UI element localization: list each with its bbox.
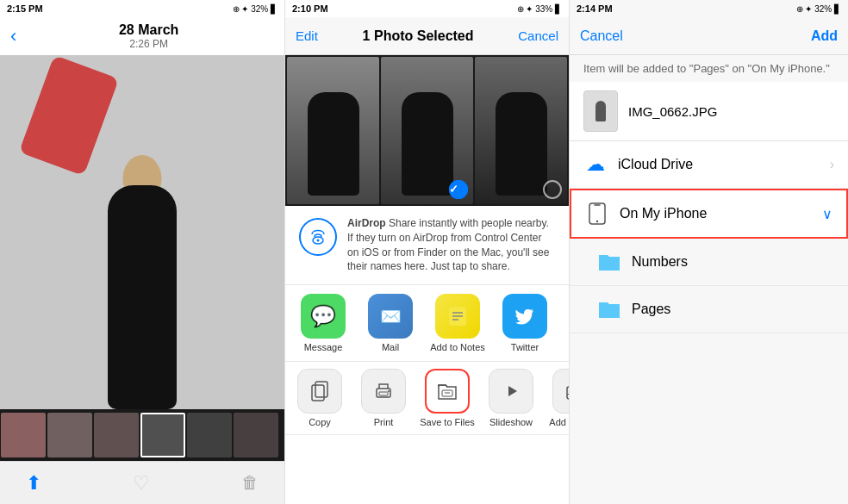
status-bar-2: 2:10 PM ⊕ ✦ 33% ▋	[285, 0, 569, 17]
twitter-icon	[502, 294, 547, 339]
status-icons-3: ⊕ ✦ 32% ▋	[796, 4, 841, 14]
svg-rect-6	[315, 382, 327, 397]
message-label: Message	[304, 342, 343, 352]
grid-photo-3[interactable]	[475, 57, 567, 204]
photo-time: 2:26 PM	[129, 38, 168, 50]
grid-photo-1[interactable]	[287, 57, 379, 204]
panel2-header: Edit 1 Photo Selected Cancel	[285, 17, 569, 55]
panel1-title: 28 March 2:26 PM	[23, 22, 274, 50]
panel1-header: ‹ 28 March 2:26 PM	[0, 17, 284, 55]
back-button[interactable]: ‹	[10, 25, 16, 47]
main-photo[interactable]	[0, 55, 284, 409]
status-time-3: 2:14 PM	[577, 3, 613, 14]
on-my-iphone-expand-icon: ∨	[822, 206, 832, 222]
thumbnail-3[interactable]	[94, 413, 139, 457]
panel1-toolbar: ⬆ ♡ 🗑	[0, 461, 284, 504]
edit-button[interactable]: Edit	[296, 28, 318, 43]
pages-folder-item[interactable]: Pages	[570, 286, 848, 333]
print-label: Print	[374, 417, 394, 427]
airdrop-section: AirDrop Share instantly with people near…	[285, 206, 569, 285]
twitter-label: Twitter	[511, 342, 539, 352]
share-app-notes[interactable]: Add to Notes	[427, 294, 489, 352]
delete-button[interactable]: 🗑	[241, 473, 259, 493]
svg-point-20	[596, 221, 598, 222]
share-app-twitter[interactable]: Twitter	[494, 294, 556, 352]
selection-count: 1 Photo Selected	[363, 28, 474, 44]
copy-icon	[297, 369, 342, 414]
cancel-button-panel2[interactable]: Cancel	[518, 28, 558, 43]
save-to-files-label: Save to Files	[420, 417, 475, 427]
copy-label: Copy	[309, 417, 331, 427]
file-preview: IMG_0662.JPG	[570, 82, 848, 140]
thumbnail-selected[interactable]	[140, 413, 185, 457]
iphone-icon	[585, 202, 609, 226]
status-bar-1: 2:15 PM ⊕ ✦ 32% ▋	[0, 0, 284, 17]
file-preview-row: IMG_0662.JPG	[570, 82, 848, 141]
on-my-iphone-label: On My iPhone	[620, 206, 812, 221]
numbers-folder-icon	[597, 250, 621, 274]
icloud-drive-item[interactable]: ☁ iCloud Drive ›	[570, 141, 848, 189]
add-to-album-label: Add to Alb...	[549, 417, 569, 427]
numbers-folder-label: Numbers	[632, 254, 688, 270]
thumbnail-6[interactable]	[234, 413, 278, 457]
pages-folder-icon	[597, 297, 621, 321]
photo-cloth	[19, 55, 119, 176]
slideshow-label: Slideshow	[489, 417, 533, 427]
action-save-to-files[interactable]: Save to Files	[416, 369, 478, 427]
thumbnail-2[interactable]	[47, 413, 92, 457]
message-icon: 💬	[301, 294, 346, 339]
action-slideshow[interactable]: Slideshow	[480, 369, 542, 427]
notes-icon	[435, 294, 480, 339]
photo-viewer-panel: 2:15 PM ⊕ ✦ 32% ▋ ‹ 28 March 2:26 PM ⬆ ♡…	[0, 0, 284, 504]
photo-background	[0, 55, 284, 409]
storage-section: ☁ iCloud Drive › On My iPhone ∨ Numbers	[570, 141, 848, 333]
mail-label: Mail	[382, 342, 399, 352]
on-my-iphone-item[interactable]: On My iPhone ∨	[570, 189, 848, 239]
share-button[interactable]: ⬆	[26, 472, 41, 495]
share-sheet-panel: 2:10 PM ⊕ ✦ 33% ▋ Edit 1 Photo Selected …	[284, 0, 569, 504]
status-time-2: 2:10 PM	[292, 3, 328, 14]
photo-grid[interactable]: ✓	[285, 55, 569, 206]
file-picker-panel: 2:14 PM ⊕ ✦ 32% ▋ Cancel Add Item will b…	[569, 0, 848, 504]
panel3-header: Cancel Add	[570, 17, 848, 55]
svg-marker-13	[508, 386, 517, 396]
share-apps-row: 💬 Message ✉️ Mail Add to Notes	[285, 285, 569, 362]
photo-person-body	[108, 185, 177, 409]
thumbnail-5[interactable]	[187, 413, 232, 457]
thumbnail-strip[interactable]	[0, 409, 284, 461]
like-button[interactable]: ♡	[133, 472, 150, 495]
airdrop-description: AirDrop Share instantly with people near…	[347, 216, 555, 274]
status-icons-1: ⊕ ✦ 32% ▋	[233, 4, 277, 14]
file-picker-subtitle: Item will be added to "Pages" on "On My …	[570, 55, 848, 82]
icloud-label: iCloud Drive	[618, 157, 820, 172]
file-name: IMG_0662.JPG	[628, 104, 717, 119]
svg-point-1	[317, 240, 320, 242]
share-app-mail[interactable]: ✉️ Mail	[359, 294, 421, 352]
action-print[interactable]: Print	[352, 369, 415, 427]
share-app-message[interactable]: 💬 Message	[292, 294, 354, 352]
action-copy[interactable]: Copy	[289, 369, 351, 427]
action-add-to-album[interactable]: Add to Alb...	[544, 369, 569, 427]
status-time-1: 2:15 PM	[7, 3, 43, 14]
print-icon	[361, 369, 406, 414]
airdrop-icon	[299, 218, 337, 256]
grid-photo-2[interactable]: ✓	[381, 57, 473, 204]
numbers-folder-item[interactable]: Numbers	[570, 239, 848, 286]
cancel-button-panel3[interactable]: Cancel	[580, 28, 623, 44]
file-thumbnail	[583, 90, 618, 132]
photo-date: 28 March	[119, 22, 178, 38]
status-icons-2: ⊕ ✦ 33% ▋	[517, 4, 562, 14]
save-to-files-icon	[425, 369, 470, 414]
notes-label: Add to Notes	[430, 342, 485, 352]
actions-row: Copy Print Save	[285, 362, 569, 435]
icloud-chevron-icon: ›	[830, 157, 834, 172]
pages-folder-label: Pages	[632, 302, 670, 317]
thumbnail-1[interactable]	[1, 413, 46, 457]
slideshow-icon	[489, 369, 533, 414]
share-app-music[interactable]: 🎵 Music	[561, 294, 569, 352]
svg-rect-9	[379, 392, 388, 395]
icloud-icon: ☁	[583, 152, 608, 177]
status-bar-3: 2:14 PM ⊕ ✦ 32% ▋	[570, 0, 848, 17]
add-to-album-icon	[552, 369, 569, 414]
add-button[interactable]: Add	[811, 28, 838, 44]
